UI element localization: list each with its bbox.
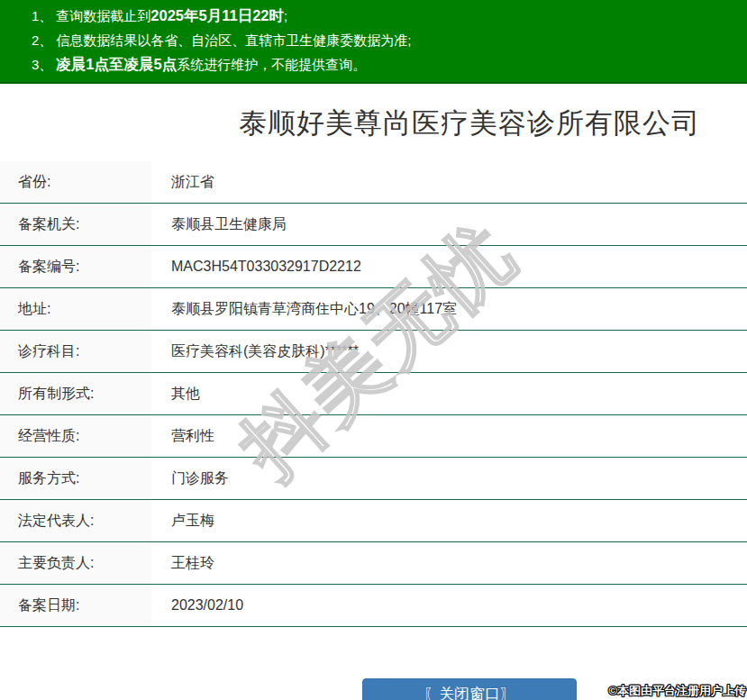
row-value: 王桂玲 bbox=[151, 554, 747, 573]
row-label: 备案机关: bbox=[0, 204, 151, 245]
page-title: 泰顺好美尊尚医疗美容诊所有限公司 bbox=[0, 104, 747, 143]
notice-line-1: 1、查询数据截止到2025年5月11日22时; bbox=[0, 4, 747, 28]
notice-line-2: 2、信息数据结果以各省、自治区、直辖市卫生健康委数据为准; bbox=[0, 28, 747, 52]
row-label: 主要负责人: bbox=[0, 542, 151, 584]
notice-line-3: 3、凌晨1点至凌晨5点系统进行维护，不能提供查询。 bbox=[0, 52, 747, 77]
notice-number: 3、 bbox=[32, 57, 52, 72]
row-value: 其他 bbox=[151, 385, 747, 404]
notice-text: 信息数据结果以各省、自治区、直辖市卫生健康委数据为准; bbox=[56, 32, 411, 48]
content-area: 泰顺好美尊尚医疗美容诊所有限公司 省份: 浙江省 备案机关: 泰顺县卫生健康局 … bbox=[0, 104, 747, 700]
notice-text-bold: 2025年5月11日22时 bbox=[150, 7, 284, 23]
copyright-note: ©本图由平台注册用户上传 bbox=[608, 683, 746, 699]
table-row-legal-representative: 法定代表人: 卢玉梅 bbox=[0, 500, 747, 542]
table-row-service-mode: 服务方式: 门诊服务 bbox=[0, 458, 747, 500]
row-label: 地址: bbox=[0, 288, 151, 330]
notice-banner: 1、查询数据截止到2025年5月11日22时; 2、信息数据结果以各省、自治区、… bbox=[0, 0, 747, 84]
table-row-medical-subjects: 诊疗科目: 医疗美容科(美容皮肤科)****** bbox=[0, 331, 747, 373]
row-value: 浙江省 bbox=[151, 173, 747, 192]
row-label: 备案日期: bbox=[0, 585, 151, 626]
notice-number: 1、 bbox=[32, 8, 52, 23]
row-value: 2023/02/10 bbox=[151, 597, 747, 614]
table-row-ownership-form: 所有制形式: 其他 bbox=[0, 373, 747, 415]
info-table: 省份: 浙江省 备案机关: 泰顺县卫生健康局 备案编号: MAC3H54T033… bbox=[0, 161, 747, 627]
table-row-main-person-in-charge: 主要负责人: 王桂玲 bbox=[0, 542, 747, 585]
row-label: 备案编号: bbox=[0, 246, 151, 287]
notice-text: 系统进行维护，不能提供查询。 bbox=[177, 57, 366, 72]
row-label: 服务方式: bbox=[0, 458, 151, 499]
table-row-filing-number: 备案编号: MAC3H54T033032917D2212 bbox=[0, 246, 747, 288]
row-value: 营利性 bbox=[151, 427, 747, 446]
row-label: 诊疗科目: bbox=[0, 331, 151, 372]
row-value: 门诊服务 bbox=[151, 469, 747, 488]
row-value: 医疗美容科(美容皮肤科)****** bbox=[151, 342, 747, 361]
row-value: 泰顺县罗阳镇青草湾商住中心19、20幢117室 bbox=[151, 300, 747, 319]
table-row-filing-date: 备案日期: 2023/02/10 bbox=[0, 585, 747, 627]
row-value: MAC3H54T033032917D2212 bbox=[151, 259, 747, 275]
row-value: 卢玉梅 bbox=[151, 512, 747, 531]
row-label: 省份: bbox=[0, 161, 151, 203]
row-label: 法定代表人: bbox=[0, 500, 151, 541]
notice-text-bold: 凌晨1点至凌晨5点 bbox=[56, 56, 177, 72]
notice-text: ; bbox=[284, 8, 287, 23]
page: 1、查询数据截止到2025年5月11日22时; 2、信息数据结果以各省、自治区、… bbox=[0, 0, 747, 700]
notice-text: 查询数据截止到 bbox=[56, 8, 150, 23]
table-row-address: 地址: 泰顺县罗阳镇青草湾商住中心19、20幢117室 bbox=[0, 288, 747, 331]
row-value: 泰顺县卫生健康局 bbox=[151, 215, 747, 234]
row-label: 经营性质: bbox=[0, 415, 151, 457]
notice-number: 2、 bbox=[32, 32, 52, 48]
table-row-province: 省份: 浙江省 bbox=[0, 161, 747, 204]
table-row-filing-authority: 备案机关: 泰顺县卫生健康局 bbox=[0, 204, 747, 246]
table-row-business-nature: 经营性质: 营利性 bbox=[0, 415, 747, 458]
close-window-button[interactable]: 〖关闭窗口〗 bbox=[362, 678, 577, 700]
row-label: 所有制形式: bbox=[0, 373, 151, 414]
